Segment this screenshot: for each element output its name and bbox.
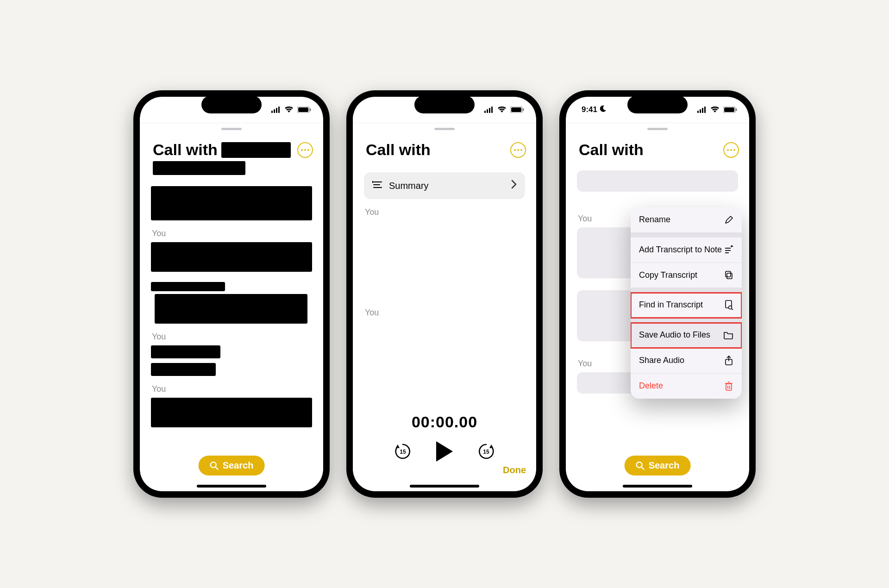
redacted-transcript-block <box>151 242 312 272</box>
find-in-doc-icon <box>724 300 733 310</box>
search-label: Search <box>649 460 680 471</box>
page-title: Call with <box>579 141 644 158</box>
svg-rect-5 <box>298 107 308 112</box>
search-label: Search <box>223 460 254 471</box>
done-button[interactable]: Done <box>503 465 526 475</box>
iphone-mock-1: Call with You You You Search <box>133 90 330 498</box>
folder-icon <box>723 331 733 339</box>
speaker-label: You <box>152 229 312 238</box>
pencil-icon <box>724 215 733 225</box>
sheet-grabber[interactable] <box>353 123 536 137</box>
redacted-transcript-block <box>151 363 216 376</box>
summary-label: Summary <box>389 181 429 191</box>
menu-separator <box>631 318 742 323</box>
svg-rect-33 <box>726 271 731 277</box>
cell-signal-icon <box>271 106 281 113</box>
svg-line-45 <box>642 467 644 469</box>
menu-item-share-audio[interactable]: Share Audio <box>631 348 742 374</box>
speaker-label: You <box>365 308 525 318</box>
svg-rect-39 <box>726 384 732 390</box>
speaker-label: You <box>365 207 525 217</box>
redacted-name <box>221 142 291 158</box>
skip-back-15-button[interactable]: 15 <box>393 441 413 462</box>
skip-forward-15-button[interactable]: 15 <box>476 441 496 462</box>
speaker-label: You <box>152 332 312 342</box>
menu-item-save-audio-to-files[interactable]: Save Audio to Files <box>631 323 742 348</box>
svg-rect-10 <box>487 109 488 113</box>
menu-separator <box>631 233 742 238</box>
redacted-subtitle <box>153 161 245 175</box>
svg-rect-28 <box>736 108 737 111</box>
copy-icon <box>724 270 733 280</box>
wifi-icon <box>497 106 507 113</box>
search-icon <box>210 461 219 470</box>
wifi-icon <box>710 106 720 113</box>
redacted-transcript-block <box>151 398 312 427</box>
page-title: Call with <box>153 141 218 158</box>
redacted-transcript-block <box>151 345 220 358</box>
dynamic-island <box>201 96 262 113</box>
svg-rect-22 <box>697 111 699 113</box>
search-button[interactable]: Search <box>625 456 691 475</box>
blurred-summary-placeholder <box>577 170 738 192</box>
svg-rect-1 <box>274 109 275 113</box>
battery-icon <box>297 106 311 113</box>
playback-timecode: 00:00.00 <box>412 413 477 431</box>
battery-icon <box>723 106 737 113</box>
page-title: Call with <box>366 141 431 158</box>
cell-signal-icon <box>484 106 494 113</box>
search-button[interactable]: Search <box>199 456 265 475</box>
sheet-grabber[interactable] <box>566 123 749 137</box>
svg-rect-14 <box>511 107 521 112</box>
summary-icon <box>372 181 382 191</box>
svg-rect-12 <box>491 106 493 113</box>
home-indicator[interactable] <box>410 485 479 488</box>
share-icon <box>724 356 733 366</box>
home-indicator[interactable] <box>623 485 692 488</box>
do-not-disturb-icon <box>599 105 607 114</box>
redacted-transcript-block <box>151 186 312 220</box>
context-menu: Rename Add Transcript to Note Copy Trans… <box>631 207 742 398</box>
more-options-button[interactable] <box>510 142 526 158</box>
dynamic-island <box>414 96 475 113</box>
menu-item-add-transcript-to-note[interactable]: Add Transcript to Note <box>631 238 742 263</box>
menu-item-find-in-transcript[interactable]: Find in Transcript <box>631 293 742 318</box>
svg-line-8 <box>216 467 218 469</box>
wifi-icon <box>284 106 294 113</box>
status-time: 9:41 <box>582 105 597 114</box>
menu-item-copy-transcript[interactable]: Copy Transcript <box>631 263 742 288</box>
svg-rect-27 <box>724 107 734 112</box>
home-indicator[interactable] <box>197 485 266 488</box>
svg-rect-6 <box>310 108 311 111</box>
speaker-label: You <box>152 384 312 394</box>
menu-separator <box>631 288 742 293</box>
svg-rect-9 <box>484 111 486 113</box>
more-options-button[interactable] <box>723 142 739 158</box>
svg-rect-11 <box>489 108 490 113</box>
svg-point-35 <box>729 306 732 309</box>
svg-rect-3 <box>278 106 280 113</box>
menu-item-delete[interactable]: Delete <box>631 374 742 399</box>
iphone-mock-3: 9:41 Call with <box>559 90 756 498</box>
redacted-transcript-block <box>151 282 225 291</box>
search-icon <box>636 461 645 470</box>
more-options-button[interactable] <box>297 142 313 158</box>
svg-text:15: 15 <box>400 449 406 455</box>
redacted-transcript-block <box>155 294 307 324</box>
summary-row[interactable]: Summary <box>364 172 525 199</box>
cell-signal-icon <box>697 106 707 113</box>
play-button[interactable] <box>434 440 455 463</box>
add-to-note-icon <box>724 245 733 255</box>
svg-rect-25 <box>704 106 706 113</box>
trash-icon <box>724 381 733 391</box>
svg-rect-23 <box>700 109 701 113</box>
chevron-right-icon <box>511 180 517 192</box>
menu-item-rename[interactable]: Rename <box>631 207 742 233</box>
svg-line-36 <box>732 309 733 310</box>
svg-rect-32 <box>727 273 732 279</box>
svg-text:15: 15 <box>483 449 489 455</box>
sheet-grabber[interactable] <box>140 123 323 137</box>
svg-rect-2 <box>276 108 277 113</box>
svg-rect-15 <box>523 108 524 111</box>
svg-rect-24 <box>702 108 703 113</box>
